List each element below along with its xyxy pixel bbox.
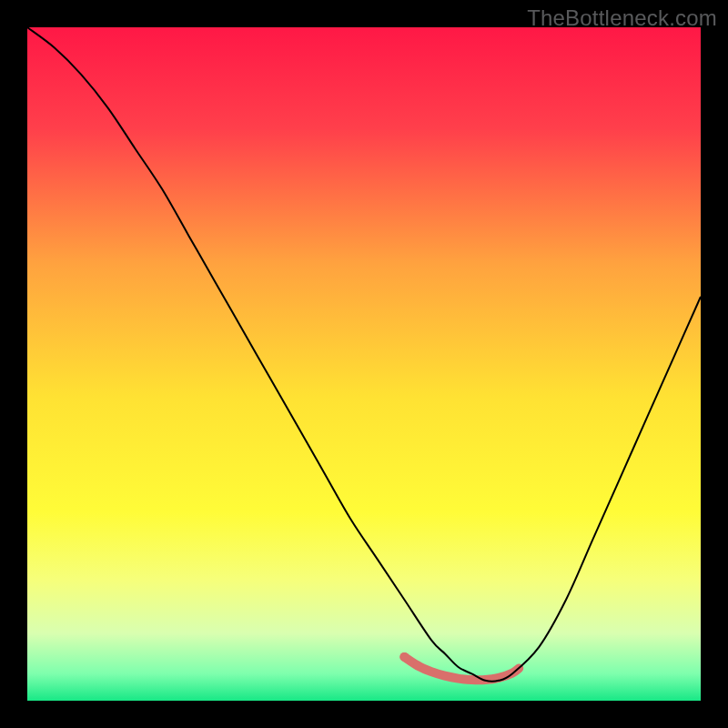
svg-point-0 (399, 652, 409, 662)
chart-background (27, 27, 701, 701)
svg-point-1 (413, 662, 422, 671)
bottleneck-chart (27, 27, 701, 701)
chart-stage: TheBottleneck.com (0, 0, 728, 728)
